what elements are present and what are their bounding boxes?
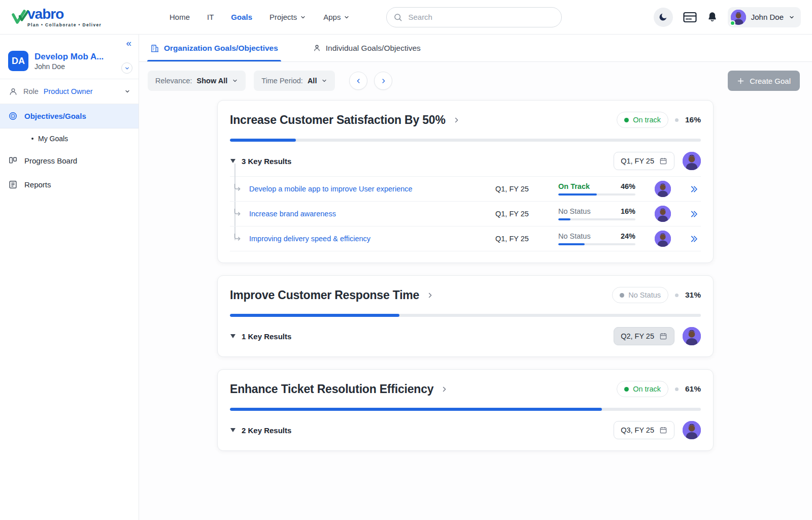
key-results-count: 3 Key Results bbox=[242, 157, 291, 166]
collapse-triangle-icon[interactable] bbox=[230, 334, 236, 339]
project-title: Develop Mob A... bbox=[35, 51, 104, 62]
double-chevron-icon[interactable] bbox=[689, 234, 699, 244]
sidebar-item-objectives-goals[interactable]: Objectives/Goals bbox=[0, 104, 139, 128]
goal-card: Enhance Ticket Resolution Efficiency On … bbox=[217, 369, 714, 451]
filter-row: Relevance: Show All Time Period: All bbox=[139, 71, 812, 91]
role-selector[interactable]: Role Product Owner bbox=[0, 79, 139, 104]
plus-icon bbox=[737, 77, 745, 85]
collapse-triangle-icon[interactable] bbox=[230, 428, 236, 433]
bell-icon bbox=[707, 11, 718, 23]
sidebar: « DA Develop Mob A... John Doe Role Prod… bbox=[0, 35, 139, 520]
search-container bbox=[386, 7, 562, 27]
target-icon bbox=[8, 111, 18, 121]
assignee-avatar[interactable] bbox=[683, 327, 701, 345]
status-badge: No Status bbox=[612, 287, 668, 303]
search-input[interactable] bbox=[386, 7, 562, 27]
brand-check-icon bbox=[11, 10, 29, 25]
time-period-filter[interactable]: Time Period: All bbox=[254, 71, 335, 91]
bullet-icon bbox=[31, 138, 33, 140]
brand-tagline: Plan • Collaborate • Deliver bbox=[27, 23, 101, 27]
tab-bar: Organization Goals/Objectives Individual… bbox=[139, 35, 812, 62]
period-button[interactable]: Q3, FY 25 bbox=[614, 421, 674, 439]
nav-item-it[interactable]: IT bbox=[207, 13, 214, 21]
prev-page-button[interactable] bbox=[349, 72, 367, 90]
sidebar-item-my-goals[interactable]: My Goals bbox=[0, 128, 139, 149]
goal-title: Enhance Ticket Resolution Efficiency bbox=[230, 382, 433, 396]
key-result-progress-bar bbox=[558, 218, 635, 220]
status-dot-icon bbox=[624, 118, 629, 122]
key-result-period: Q1, FY 25 bbox=[495, 235, 558, 243]
dark-mode-toggle[interactable] bbox=[654, 8, 673, 27]
tab-individual-goals[interactable]: Individual Goals/Objectives bbox=[310, 35, 424, 61]
chevron-right-icon[interactable] bbox=[453, 116, 460, 124]
key-results-count: 2 Key Results bbox=[242, 426, 291, 435]
assignee-avatar[interactable] bbox=[655, 231, 671, 247]
elbow-arrow-icon bbox=[233, 184, 242, 192]
goal-progress-bar bbox=[230, 408, 701, 411]
key-result-row: Increase brand awareness Q1, FY 25 No St… bbox=[230, 202, 701, 226]
project-chevron-button[interactable] bbox=[121, 62, 132, 74]
nav-item-apps[interactable]: Apps bbox=[323, 13, 350, 21]
status-dot-icon bbox=[624, 387, 629, 392]
goal-percent: 31% bbox=[685, 290, 701, 300]
sidebar-item-progress-board[interactable]: Progress Board bbox=[0, 149, 139, 173]
key-result-row: Improving delivery speed & efficiency Q1… bbox=[230, 226, 701, 251]
goals-list: Increase Customer Satisfaction By 50% On… bbox=[217, 100, 714, 451]
nav-item-goals[interactable]: Goals bbox=[231, 13, 252, 21]
apps-panel-button[interactable] bbox=[683, 12, 697, 23]
calendar-icon bbox=[659, 332, 667, 340]
content-area: Relevance: Show All Time Period: All bbox=[139, 62, 812, 492]
chevron-down-icon bbox=[124, 88, 130, 94]
key-result-link[interactable]: Increase brand awareness bbox=[249, 210, 495, 218]
building-icon bbox=[150, 44, 159, 53]
separator-dot bbox=[675, 118, 679, 122]
next-page-button[interactable] bbox=[374, 72, 392, 90]
goal-card: Increase Customer Satisfaction By 50% On… bbox=[217, 100, 714, 263]
period-button[interactable]: Q1, FY 25 bbox=[614, 152, 674, 170]
chevron-down-icon bbox=[300, 14, 306, 20]
chevron-down-icon bbox=[232, 78, 238, 84]
goal-title: Increase Customer Satisfaction By 50% bbox=[230, 113, 446, 127]
key-result-percent: 46% bbox=[621, 182, 635, 190]
separator-dot bbox=[675, 294, 679, 297]
nav-item-home[interactable]: Home bbox=[170, 13, 190, 21]
create-goal-button[interactable]: Create Goal bbox=[728, 71, 800, 91]
period-button[interactable]: Q2, FY 25 bbox=[614, 327, 674, 345]
chevron-right-icon[interactable] bbox=[426, 291, 434, 299]
key-result-link[interactable]: Improving delivery speed & efficiency bbox=[249, 235, 495, 243]
sidebar-item-reports[interactable]: Reports bbox=[0, 173, 139, 197]
tab-organization-goals[interactable]: Organization Goals/Objectives bbox=[147, 35, 281, 61]
key-result-progress-bar bbox=[558, 243, 635, 245]
key-results-list: Develop a mobile app to improve User exp… bbox=[230, 176, 701, 251]
elbow-arrow-icon bbox=[233, 234, 242, 242]
status-badge: On track bbox=[617, 112, 668, 128]
sidebar-collapse-icon[interactable]: « bbox=[126, 38, 130, 48]
brand-name: vabro bbox=[27, 7, 101, 21]
goal-percent: 16% bbox=[685, 115, 701, 124]
chevron-right-icon[interactable] bbox=[441, 385, 448, 393]
assignee-avatar[interactable] bbox=[655, 206, 671, 222]
chevron-down-icon bbox=[789, 14, 795, 20]
double-chevron-icon[interactable] bbox=[689, 184, 699, 194]
search-icon bbox=[393, 13, 402, 22]
moon-icon bbox=[658, 12, 668, 22]
assignee-avatar[interactable] bbox=[655, 181, 671, 197]
relevance-filter[interactable]: Relevance: Show All bbox=[148, 71, 246, 91]
double-chevron-icon[interactable] bbox=[689, 209, 699, 219]
user-menu[interactable]: John Doe bbox=[728, 7, 801, 27]
key-result-percent: 16% bbox=[621, 207, 635, 215]
notifications-button[interactable] bbox=[707, 11, 718, 23]
role-person-icon bbox=[8, 86, 18, 96]
brand-logo[interactable]: vabro Plan • Collaborate • Deliver bbox=[11, 7, 138, 27]
goal-progress-bar bbox=[230, 314, 701, 317]
assignee-avatar[interactable] bbox=[683, 152, 701, 170]
collapse-triangle-icon[interactable] bbox=[230, 158, 236, 164]
key-result-link[interactable]: Develop a mobile app to improve User exp… bbox=[249, 185, 495, 193]
key-result-row: Develop a mobile app to improve User exp… bbox=[230, 177, 701, 202]
nav-item-projects[interactable]: Projects bbox=[269, 13, 306, 21]
project-switcher[interactable]: DA Develop Mob A... John Doe bbox=[0, 48, 139, 79]
status-badge: On track bbox=[617, 381, 668, 397]
project-avatar: DA bbox=[8, 51, 28, 71]
assignee-avatar[interactable] bbox=[683, 421, 701, 439]
online-status-dot bbox=[730, 20, 735, 26]
